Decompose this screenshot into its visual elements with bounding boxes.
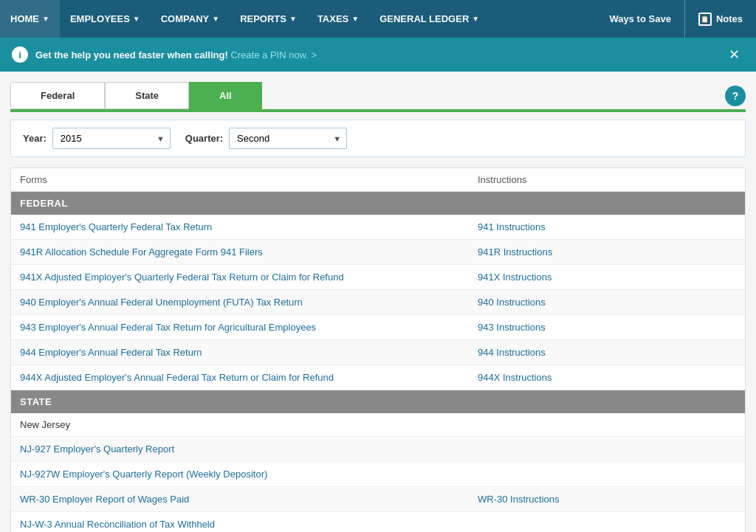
main-content: Federal State All ? Year: 2015 2014 2013…	[0, 72, 756, 532]
quarter-filter-group: Quarter: First Second Third Fourth ▼	[185, 128, 347, 149]
form-link[interactable]: 944 Employer's Annual Federal Tax Return	[20, 347, 478, 358]
table-row: NJ-927W Employer's Quarterly Report (Wee…	[11, 462, 745, 487]
form-link[interactable]: 941 Employer's Quarterly Federal Tax Ret…	[20, 221, 478, 232]
table-row: 944X Adjusted Employer's Annual Federal …	[11, 365, 745, 390]
state-label: New Jersey	[11, 413, 745, 437]
form-link[interactable]: 941R Allocation Schedule For Aggregate F…	[20, 246, 478, 258]
year-select-wrapper: 2015 2014 2013 ▼	[52, 128, 171, 149]
nav-employees[interactable]: EMPLOYEES ▼	[60, 0, 151, 38]
info-main-text: Get the help you need faster when callin…	[35, 49, 228, 61]
table-row: 941X Adjusted Employer's Quarterly Feder…	[11, 265, 745, 290]
instruction-link[interactable]: WR-30 Instructions	[478, 494, 736, 505]
info-banner: i Get the help you need faster when call…	[0, 38, 756, 72]
year-filter-group: Year: 2015 2014 2013 ▼	[23, 128, 171, 149]
nav-general-ledger-label: GENERAL LEDGER	[379, 13, 469, 24]
nav-reports[interactable]: REPORTS ▼	[230, 0, 307, 38]
instruction-link[interactable]: 944X Instructions	[478, 372, 736, 383]
quarter-label: Quarter:	[185, 133, 223, 144]
form-link[interactable]: 944X Adjusted Employer's Annual Federal …	[20, 372, 478, 383]
col-instructions-header: Instructions	[478, 174, 736, 185]
green-divider	[10, 109, 746, 112]
nav-company-chevron: ▼	[212, 15, 219, 23]
filters-row: Year: 2015 2014 2013 ▼ Quarter: First Se…	[10, 120, 746, 157]
table-row: NJ-W-3 Annual Reconciliation of Tax With…	[11, 512, 745, 532]
year-label: Year:	[23, 133, 47, 144]
table-row: 943 Employer's Annual Federal Tax Return…	[11, 315, 745, 340]
instruction-link[interactable]: 941 Instructions	[478, 221, 736, 232]
ways-to-save-label: Ways to Save	[610, 13, 671, 24]
forms-table: Forms Instructions FEDERAL 941 Employer'…	[10, 167, 746, 532]
col-forms-header: Forms	[20, 174, 478, 185]
nav-home-chevron: ▼	[42, 15, 49, 23]
notes-button[interactable]: 📋 Notes	[685, 0, 756, 38]
nav-reports-label: REPORTS	[240, 13, 286, 24]
table-row: 941 Employer's Quarterly Federal Tax Ret…	[11, 215, 745, 240]
quarter-select-wrapper: First Second Third Fourth ▼	[229, 128, 347, 149]
tabs-row: Federal State All ?	[0, 72, 756, 109]
form-link[interactable]: 941X Adjusted Employer's Quarterly Feder…	[20, 272, 478, 283]
year-select[interactable]: 2015 2014 2013	[52, 128, 171, 149]
nav-reports-chevron: ▼	[289, 15, 297, 23]
instruction-link[interactable]: 940 Instructions	[478, 297, 736, 308]
nav-general-ledger[interactable]: GENERAL LEDGER ▼	[369, 0, 489, 38]
quarter-select[interactable]: First Second Third Fourth	[229, 128, 347, 149]
nav-home-label: HOME	[10, 13, 39, 24]
nav-taxes-label: TAXES	[317, 13, 348, 24]
form-link[interactable]: NJ-927 Employer's Quarterly Report	[20, 443, 478, 455]
form-link[interactable]: 943 Employer's Annual Federal Tax Return…	[20, 322, 478, 333]
nav-general-ledger-chevron: ▼	[472, 15, 479, 23]
table-row: 944 Employer's Annual Federal Tax Return…	[11, 340, 745, 365]
nav-home[interactable]: HOME ▼	[0, 0, 60, 38]
form-link[interactable]: NJ-W-3 Annual Reconciliation of Tax With…	[20, 519, 478, 530]
ways-to-save-button[interactable]: Ways to Save	[597, 0, 685, 38]
form-link[interactable]: WR-30 Employer Report of Wages Paid	[20, 494, 478, 505]
nav-company[interactable]: COMPANY ▼	[151, 0, 230, 38]
info-text: Get the help you need faster when callin…	[35, 49, 716, 61]
nav-taxes-chevron: ▼	[351, 15, 359, 23]
table-row: WR-30 Employer Report of Wages Paid WR-3…	[11, 487, 745, 512]
form-link[interactable]: 940 Employer's Annual Federal Unemployme…	[20, 297, 478, 308]
instruction-link[interactable]: 943 Instructions	[478, 322, 736, 333]
federal-section-header: FEDERAL	[11, 192, 745, 215]
close-button[interactable]: ✕	[724, 44, 744, 65]
tab-federal[interactable]: Federal	[10, 82, 105, 109]
notes-icon: 📋	[698, 13, 712, 26]
table-row: 940 Employer's Annual Federal Unemployme…	[11, 290, 745, 315]
nav-right: Ways to Save 📋 Notes	[597, 0, 756, 38]
info-icon: i	[12, 46, 28, 63]
nav-taxes[interactable]: TAXES ▼	[307, 0, 369, 38]
nav-employees-label: EMPLOYEES	[70, 13, 130, 24]
instruction-link[interactable]: 941X Instructions	[478, 272, 736, 283]
nav-company-label: COMPANY	[161, 13, 209, 24]
nav-items: HOME ▼ EMPLOYEES ▼ COMPANY ▼ REPORTS ▼ T…	[0, 0, 597, 38]
tab-all[interactable]: All	[189, 82, 262, 109]
navbar: HOME ▼ EMPLOYEES ▼ COMPANY ▼ REPORTS ▼ T…	[0, 0, 756, 38]
notes-label: Notes	[716, 13, 743, 24]
table-header: Forms Instructions	[11, 168, 745, 192]
instruction-link[interactable]: 944 Instructions	[478, 347, 736, 358]
instruction-link[interactable]: 941R Instructions	[478, 246, 736, 258]
nav-employees-chevron: ▼	[133, 15, 140, 23]
help-icon[interactable]: ?	[725, 86, 746, 106]
table-row: NJ-927 Employer's Quarterly Report	[11, 437, 745, 462]
form-link[interactable]: NJ-927W Employer's Quarterly Report (Wee…	[20, 469, 478, 480]
state-section-header: STATE	[11, 390, 745, 413]
info-link[interactable]: Create a PIN now. >	[230, 49, 317, 61]
tab-state[interactable]: State	[105, 82, 189, 109]
table-row: 941R Allocation Schedule For Aggregate F…	[11, 240, 745, 265]
